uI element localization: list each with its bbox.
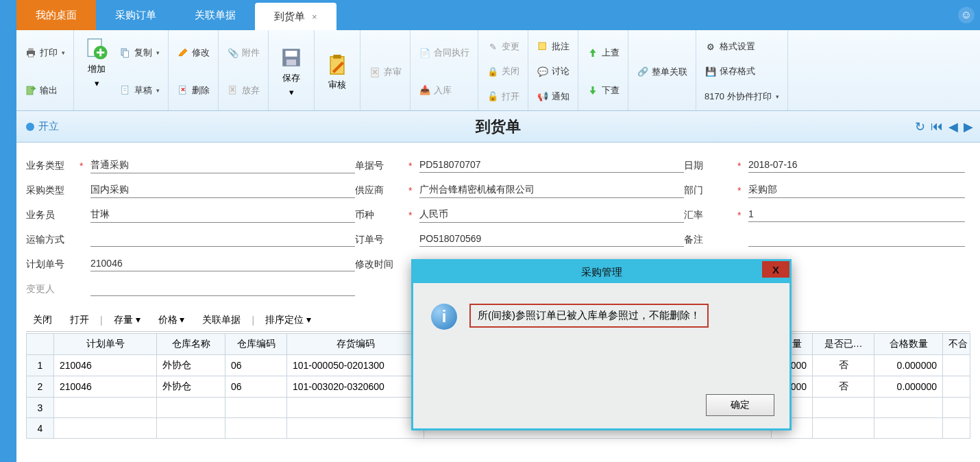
label: 变更 <box>502 40 519 53</box>
save-format-button[interactable]: 💾保存格式 <box>700 63 783 80</box>
cell-plan-no[interactable]: 210046 <box>54 355 157 376</box>
copy-button[interactable]: 复制▾ <box>115 45 164 61</box>
dept-field[interactable]: 采购部 <box>748 184 965 198</box>
tab-arrival-doc[interactable]: 到货单× <box>255 3 336 30</box>
cell-whs-name[interactable]: 外协仓 <box>157 355 225 376</box>
modify-time-label: 修改时间 <box>355 258 406 271</box>
lookup-down-button[interactable]: 下查 <box>583 82 624 99</box>
plan-no-field[interactable]: 210046 <box>90 258 355 271</box>
dialog-header[interactable]: 采购管理 X <box>413 261 789 283</box>
cell-ok-qty[interactable]: 0.000000 <box>874 355 943 376</box>
grid-stock-button[interactable]: 存量 ▾ <box>107 313 147 328</box>
cell-is-done[interactable]: 否 <box>813 355 874 376</box>
arrow-down-icon <box>587 84 599 97</box>
add-button[interactable]: 增加▾ <box>78 34 115 91</box>
prev-icon[interactable]: ◀ <box>948 119 958 134</box>
approve-note-button[interactable]: 批注 <box>532 38 574 55</box>
dialog-ok-button[interactable]: 确定 <box>706 394 774 416</box>
supplier-label: 供应商 <box>355 184 406 197</box>
label: 关闭 <box>502 65 519 77</box>
save-button[interactable]: 保存▾ <box>273 43 310 100</box>
dialog-close-button[interactable]: X <box>762 261 789 278</box>
tab-purchase-order[interactable]: 采购订单 <box>96 0 175 30</box>
close-icon[interactable]: × <box>312 12 317 22</box>
row-number: 1 <box>27 355 54 376</box>
label: 讨论 <box>552 65 569 77</box>
plan-no-label: 计划单号 <box>26 258 77 271</box>
date-field[interactable]: 2018-07-16 <box>748 159 965 173</box>
col-whs-code[interactable]: 仓库编码 <box>225 334 287 355</box>
gear-icon: ⚙ <box>705 40 717 53</box>
col-ok-qty[interactable]: 合格数量 <box>874 334 943 355</box>
tab-my-desktop[interactable]: 我的桌面 <box>16 0 96 30</box>
whole-rel-button[interactable]: 🔗整单关联 <box>633 64 691 80</box>
clipboard-icon <box>326 53 349 76</box>
cell-is-done[interactable]: 否 <box>813 376 874 398</box>
dialog-title: 采购管理 <box>581 266 622 279</box>
col-rownum[interactable] <box>27 334 54 355</box>
print-template-select[interactable]: 8170 外协件打印▾ <box>700 88 783 105</box>
grid-related-button[interactable]: 关联单据 <box>195 313 247 328</box>
cell-not[interactable] <box>943 376 970 398</box>
cell-whs-code[interactable]: 06 <box>225 355 287 376</box>
purchase-type-field[interactable]: 国内采购 <box>90 184 355 198</box>
user-avatar-icon[interactable]: ☺ <box>958 7 975 23</box>
cell-whs-code[interactable]: 06 <box>225 376 287 398</box>
discuss-button[interactable]: 💬讨论 <box>532 63 574 80</box>
grid-close-button[interactable]: 关闭 <box>26 313 59 328</box>
doc-no-field[interactable]: PD518070707 <box>419 159 684 173</box>
draft-button[interactable]: 草稿▾ <box>115 82 164 99</box>
chevron-down-icon: ▾ <box>95 78 99 88</box>
modify-button[interactable]: 修改 <box>173 45 214 61</box>
audit-button[interactable]: 审核 <box>319 50 356 94</box>
delete-button[interactable]: 删除 <box>173 82 214 99</box>
refresh-icon[interactable]: ↻ <box>915 119 925 134</box>
salesman-field[interactable]: 甘琳 <box>90 208 355 223</box>
transport-label: 运输方式 <box>26 234 77 246</box>
tab-label: 关联单据 <box>195 9 236 22</box>
required-mark: * <box>408 210 415 221</box>
cell-whs-name[interactable]: 外协仓 <box>157 376 225 398</box>
label: 存量 <box>114 314 133 325</box>
col-is-done[interactable]: 是否已… <box>813 334 874 355</box>
supplier-field[interactable]: 广州合锋精密机械有限公司 <box>419 184 684 198</box>
unlock-icon: 🔓 <box>487 90 499 103</box>
rate-field[interactable]: 1 <box>748 208 965 222</box>
cell-plan-no[interactable]: 210046 <box>54 376 157 398</box>
currency-field[interactable]: 人民币 <box>419 208 684 223</box>
col-plan-no[interactable]: 计划单号 <box>54 334 157 355</box>
cell-inv-code[interactable]: 101-000050-0201300 <box>287 355 424 376</box>
label: 入库 <box>434 84 452 97</box>
lookup-up-button[interactable]: 上查 <box>583 45 624 61</box>
megaphone-icon: 📢 <box>537 90 549 103</box>
col-not[interactable]: 不合 <box>943 334 970 355</box>
grid-open-button[interactable]: 打开 <box>63 313 96 328</box>
transport-field[interactable] <box>90 233 355 247</box>
col-inv-code[interactable]: 存货编码 <box>287 334 424 355</box>
cell-not[interactable] <box>943 355 970 376</box>
col-whs-name[interactable]: 仓库名称 <box>157 334 225 355</box>
biz-type-field[interactable]: 普通采购 <box>90 159 355 173</box>
label: 下查 <box>602 84 620 97</box>
format-set-button[interactable]: ⚙格式设置 <box>700 38 783 55</box>
first-icon[interactable]: ⏮ <box>931 119 943 134</box>
draft-icon <box>119 84 132 97</box>
order-no-field[interactable]: PO518070569 <box>419 233 684 247</box>
label: 打印 <box>40 47 58 59</box>
print-button[interactable]: 打印▾ <box>21 45 69 61</box>
instore-button: 📥入库 <box>415 82 474 99</box>
grid-sort-button[interactable]: 排序定位 ▾ <box>258 313 318 328</box>
tab-related-docs[interactable]: 关联单据 <box>175 0 255 30</box>
change-icon: ✎ <box>487 40 499 53</box>
grid-price-button[interactable]: 价格 ▾ <box>151 313 192 328</box>
remark-field[interactable] <box>748 233 965 247</box>
notify-button[interactable]: 📢通知 <box>532 88 574 105</box>
change-person-field[interactable] <box>90 282 355 296</box>
chevron-down-icon: ▾ <box>306 314 311 325</box>
label: 保存格式 <box>720 65 755 77</box>
next-icon[interactable]: ▶ <box>964 119 973 134</box>
label: 复制 <box>134 47 152 59</box>
cell-ok-qty[interactable]: 0.000000 <box>874 376 943 398</box>
export-button[interactable]: 输出 <box>21 82 69 99</box>
cell-inv-code[interactable]: 101-003020-0320600 <box>287 376 424 398</box>
